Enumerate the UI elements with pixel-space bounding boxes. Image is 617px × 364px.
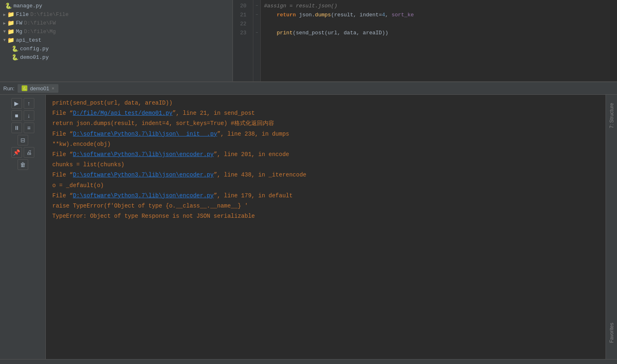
run-tab[interactable]: 🐍 demo01 ×	[18, 84, 58, 93]
output-line-7: chunks = list(chunks)	[52, 160, 599, 170]
main-content: ▶ ↑ ■ ↓ ⏸ ≡ ⊟ 📌 🖨 🗑	[0, 95, 617, 359]
tree-path-FW: D:\file\FW	[24, 20, 56, 26]
tree-label-config: config.py	[20, 46, 49, 52]
run-label: Run:	[3, 85, 14, 92]
run-button[interactable]: ▶	[11, 98, 22, 109]
structure-label[interactable]: 7: Structure	[609, 103, 615, 128]
tree-item-config[interactable]: 🐍 config.py	[0, 45, 232, 53]
tree-label-api_test: api_test	[16, 37, 41, 43]
folder-icon-FW: 📁	[7, 20, 14, 27]
trash-button[interactable]: 🗑	[18, 159, 28, 170]
fn-print: print	[277, 30, 293, 36]
output-file-suffix-1: ”, line 21, in send_post	[172, 110, 255, 116]
output-file-prefix-1: File “	[52, 110, 73, 116]
tool-row-1: ▶ ↑	[11, 98, 34, 109]
output-file-prefix-4: File “	[52, 172, 73, 178]
tab-close-btn[interactable]: ×	[51, 86, 54, 91]
output-link-5[interactable]: D:\software\Python3.7\lib\json\encoder.p…	[73, 192, 213, 199]
output-line-5: **kw).encode(obj)	[52, 139, 599, 150]
code-line-22	[264, 20, 614, 29]
right-structure-panel: 7: Structure Favorites	[606, 95, 617, 359]
output-text-1: print(send_post(url, data, areaID))	[52, 100, 172, 106]
output-text-5: **kw).encode(obj)	[52, 141, 111, 147]
left-sidebar: ▶ ↑ ■ ↓ ⏸ ≡ ⊟ 📌 🖨 🗑	[0, 95, 46, 359]
param-sort_keys: sort_ke	[391, 12, 414, 18]
code-line-23: print(send_post(url, data, areaID))	[264, 29, 614, 38]
num-4: 4	[382, 12, 385, 18]
output-area[interactable]: print(send_post(url, data, areaID)) File…	[46, 95, 606, 359]
tool-row-5: 📌 🖨	[11, 147, 34, 158]
tree-item-FW[interactable]: ▶ 📁 FW D:\file\FW	[0, 19, 232, 27]
tree-item-demo01[interactable]: 🐍 demo01.py	[0, 53, 232, 62]
tree-arrow-File: ▶	[3, 12, 6, 17]
output-text-final: TypeError: Object of type Response is no…	[52, 213, 255, 219]
output-file-suffix-5: ”, line 179, in default	[214, 192, 293, 199]
pin-button[interactable]: 📌	[11, 147, 22, 158]
run-bar: Run: 🐍 demo01 ×	[0, 82, 617, 95]
collapse-arrows: − − −	[253, 0, 261, 81]
pause-button[interactable]: ⏸	[11, 123, 22, 133]
tree-item-Mg[interactable]: ▼ 📁 Mg D:\file\Mg	[0, 27, 232, 36]
code-editor-top: 20 21 22 23 − − − #assign = result.json(…	[233, 0, 617, 81]
output-line-2: File “D:/file/Mg/api_test/demo01.py”, li…	[52, 108, 599, 118]
py-icon-config: 🐍	[11, 45, 18, 52]
code-content-top: #assign = result.json() return json.dump…	[261, 0, 617, 81]
bottom-scrollbar[interactable]	[0, 359, 617, 364]
tree-item-File[interactable]: ▶ 📁 File D:\file\File	[0, 10, 232, 19]
output-text-11: raise TypeError(f'Object of type {o.__cl…	[52, 203, 248, 209]
tree-item-api_test[interactable]: ▼ 📁 api_test	[0, 36, 232, 45]
builtin-json: json.	[299, 12, 315, 18]
folder-icon-api_test: 📁	[7, 37, 14, 44]
wrap-button[interactable]: ≡	[24, 123, 34, 133]
tree-path-File: D:\file\File	[30, 11, 69, 18]
output-file-suffix-2: ”, line 238, in dumps	[217, 131, 289, 137]
stop-button[interactable]: ■	[11, 110, 22, 121]
output-text-3: return json.dumps(result, indent=4, sort…	[52, 120, 274, 127]
output-link-4[interactable]: D:\software\Python3.7\lib\json\encoder.p…	[73, 172, 213, 178]
line-num-21: 21	[233, 11, 250, 20]
collapse-21[interactable]: −	[253, 11, 260, 20]
output-line-8: File “D:\software\Python3.7\lib\json\enc…	[52, 170, 599, 180]
output-file-prefix-5: File “	[52, 192, 73, 199]
folder-icon-Mg: 📁	[7, 28, 14, 35]
tree-label-demo01: demo01.py	[20, 54, 49, 60]
sidebar-tools: ▶ ↑ ■ ↓ ⏸ ≡ ⊟ 📌 🖨 🗑	[0, 95, 45, 175]
line-numbers: 20 21 22 23	[233, 0, 253, 81]
favorites-label[interactable]: Favorites	[609, 323, 615, 343]
line-num-22: 22	[233, 20, 250, 29]
code-23-args: (send_post(url, data, areaID))	[293, 30, 388, 36]
tree-label-File: File	[16, 11, 29, 18]
output-line-11: raise TypeError(f'Object of type {o.__cl…	[52, 201, 599, 211]
output-link-2[interactable]: D:\software\Python3.7\lib\json\__init__.…	[73, 131, 217, 137]
comment-20: #assign = result.json()	[264, 3, 337, 9]
collapse-23[interactable]: −	[253, 29, 260, 38]
tree-item-manage[interactable]: 🐍 manage.py	[0, 2, 232, 10]
up-button[interactable]: ↑	[24, 98, 34, 109]
output-link-1[interactable]: D:/file/Mg/api_test/demo01.py	[73, 110, 172, 116]
output-line-6: File “D:\software\Python3.7\lib\json\enc…	[52, 150, 599, 160]
output-text-7: chunks = list(chunks)	[52, 161, 124, 168]
fn-dumps: dumps	[315, 12, 331, 18]
line-num-23: 23	[233, 29, 250, 38]
output-link-3[interactable]: D:\software\Python3.7\lib\json\encoder.p…	[73, 151, 213, 158]
code-line-21: return json.dumps(result, indent=4, sort…	[264, 11, 614, 20]
tree-arrow-Mg: ▼	[3, 29, 6, 34]
tool-row-6: 🗑	[18, 159, 28, 170]
output-file-prefix-3: File “	[52, 151, 73, 158]
print-button[interactable]: 🖨	[24, 147, 34, 158]
equal-button[interactable]: ⊟	[18, 135, 28, 145]
tree-path-Mg: D:\file\Mg	[24, 29, 56, 35]
collapse-20[interactable]: −	[253, 2, 260, 11]
output-line-3: return json.dumps(result, indent=4, sort…	[52, 118, 599, 129]
code-line-20: #assign = result.json()	[264, 2, 614, 11]
tree-label-Mg: Mg	[16, 29, 22, 35]
kw-return: return	[277, 12, 296, 18]
output-line-12: TypeError: Object of type Response is no…	[52, 211, 599, 221]
tree-label-manage: manage.py	[13, 3, 42, 9]
down-button[interactable]: ↓	[24, 110, 34, 121]
collapse-22	[253, 20, 260, 29]
output-file-suffix-4: ”, line 438, in _iterencode	[214, 172, 306, 178]
tab-icon: 🐍	[22, 85, 27, 91]
folder-icon-File: 📁	[7, 11, 14, 18]
output-file-prefix-2: File “	[52, 131, 73, 137]
